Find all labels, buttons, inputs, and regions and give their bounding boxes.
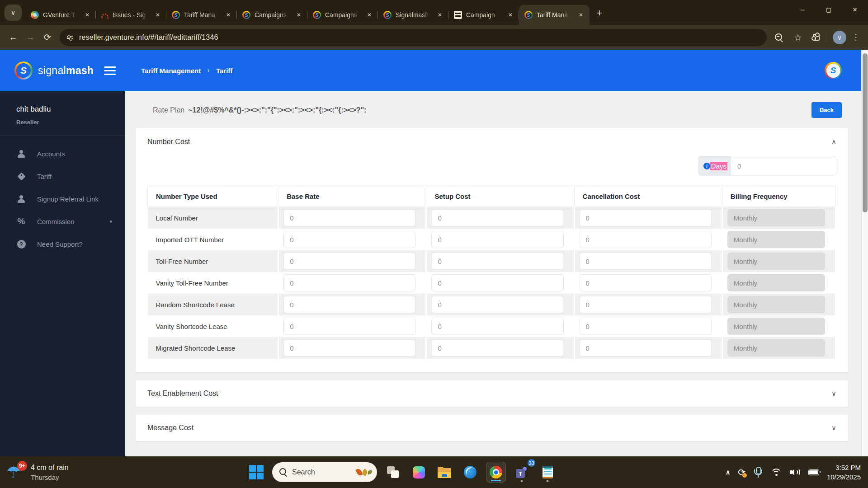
cancellation-cost-input[interactable] xyxy=(580,209,712,226)
tab-close-icon[interactable]: ✕ xyxy=(364,10,374,20)
site-info-icon[interactable] xyxy=(67,36,73,39)
new-tab-button[interactable]: + xyxy=(592,6,607,20)
weather-widget[interactable]: ☂ 9+ 4 cm of rain Thursday xyxy=(0,462,136,483)
start-button[interactable] xyxy=(246,462,266,483)
browser-tab[interactable]: Campaigns✕ xyxy=(307,5,378,25)
back-button[interactable]: Back xyxy=(811,102,842,118)
browser-tab[interactable]: Issues - Sig✕ xyxy=(96,5,166,25)
browser-menu-icon[interactable]: ⋮ xyxy=(848,33,863,42)
info-icon[interactable]: i xyxy=(703,163,710,169)
url-text[interactable]: reseller.gventure.info/#/tariff/edittari… xyxy=(79,33,218,42)
collapse-chevron-up-icon[interactable]: ∧ xyxy=(831,138,836,146)
toolbar-right: ☆ v ⋮ xyxy=(770,29,863,46)
number-cost-header[interactable]: Number Cost ∧ xyxy=(136,128,848,150)
number-cost-table-wrap: Number Type UsedBase RateSetup CostCance… xyxy=(136,178,848,372)
setup-cost-input[interactable] xyxy=(431,209,563,226)
breadcrumb-link[interactable]: Tariff Management xyxy=(141,67,201,75)
back-icon[interactable]: ← xyxy=(5,29,22,46)
cancellation-cost-input[interactable] xyxy=(580,318,712,335)
tab-close-icon[interactable]: ✕ xyxy=(153,10,163,20)
sidebar-item-need-support[interactable]: ?Need Support? xyxy=(0,233,125,255)
cancellation-cost-input[interactable] xyxy=(580,253,712,270)
teams-button[interactable]: T 33 xyxy=(512,462,532,483)
browser-tab[interactable]: Signalmash✕ xyxy=(378,5,448,25)
number-cost-table: Number Type UsedBase RateSetup CostCance… xyxy=(147,186,836,359)
tab-close-icon[interactable]: ✕ xyxy=(435,10,445,20)
expand-chevron-down-icon[interactable]: ∨ xyxy=(831,389,836,398)
battery-icon[interactable] xyxy=(808,469,819,475)
base-rate-input[interactable] xyxy=(283,339,415,357)
setup-cost-input[interactable] xyxy=(431,318,563,335)
address-bar[interactable]: reseller.gventure.info/#/tariff/edittari… xyxy=(60,29,767,46)
tab-search-button[interactable]: ∨ xyxy=(5,5,22,21)
chrome-button-active[interactable] xyxy=(486,462,506,483)
base-rate-input[interactable] xyxy=(283,318,415,335)
task-view-button[interactable] xyxy=(383,462,403,483)
sidebar-item-label: Tariff xyxy=(37,173,52,180)
sync-update-icon[interactable]: ⟳ xyxy=(738,467,745,478)
message-cost-card[interactable]: Message Cost ∨ xyxy=(136,415,848,441)
setup-cost-input[interactable] xyxy=(431,231,563,248)
browser-tab-active[interactable]: Tariff Mana✕ xyxy=(519,5,590,25)
tray-chevron-up-icon[interactable]: ∧ xyxy=(726,469,730,476)
browser-tab[interactable]: Campaign✕ xyxy=(448,5,519,25)
sidebar-item-commission[interactable]: %Commission▾ xyxy=(0,210,125,233)
sidebar-item-label: Accounts xyxy=(37,150,65,158)
tab-close-icon[interactable]: ✕ xyxy=(223,10,233,20)
clock[interactable]: 3:52 PM 10/29/2025 xyxy=(827,463,861,482)
base-rate-input[interactable] xyxy=(283,296,415,313)
reload-icon[interactable]: ⟳ xyxy=(39,29,56,46)
file-explorer-button[interactable] xyxy=(434,462,454,483)
speaker-icon[interactable] xyxy=(790,468,801,477)
tab-close-icon[interactable]: ✕ xyxy=(505,10,515,20)
taskbar-search[interactable]: Search xyxy=(272,462,377,482)
thunderbird-button[interactable] xyxy=(460,462,480,483)
table-row: Toll-Free Number xyxy=(148,250,836,272)
page-scrollbar[interactable] xyxy=(861,50,868,456)
close-button[interactable]: ✕ xyxy=(842,0,868,19)
setup-cost-input[interactable] xyxy=(431,253,563,270)
sidebar-item-signup-referral-link[interactable]: Signup Referral Link xyxy=(0,188,125,210)
days-input[interactable] xyxy=(731,156,836,176)
page: signalmash chit badliu Reseller Accounts… xyxy=(0,50,868,456)
minimize-button[interactable]: ─ xyxy=(789,0,816,19)
hamburger-menu-icon[interactable] xyxy=(104,66,116,75)
sidebar-item-tariff[interactable]: Tariff xyxy=(0,165,125,188)
cancellation-cost-input[interactable] xyxy=(580,339,712,357)
cancellation-cost-input[interactable] xyxy=(580,296,712,313)
browser-tab[interactable]: Tariff Mana✕ xyxy=(166,5,237,25)
signalmash-favicon xyxy=(313,11,321,19)
tab-close-icon[interactable]: ✕ xyxy=(294,10,304,20)
column-header: Setup Cost xyxy=(426,186,574,207)
expand-chevron-down-icon[interactable]: ∨ xyxy=(831,424,836,432)
profile-avatar[interactable]: v xyxy=(833,31,846,44)
zoom-out-icon[interactable] xyxy=(770,29,788,46)
tab-close-icon[interactable]: ✕ xyxy=(576,10,586,20)
setup-cost-input[interactable] xyxy=(431,274,563,291)
maximize-button[interactable]: ▢ xyxy=(816,0,842,19)
wifi-icon[interactable] xyxy=(771,468,782,477)
notepad-button[interactable] xyxy=(538,462,557,483)
header-logo-icon xyxy=(825,62,842,79)
browser-tab[interactable]: GVenture T✕ xyxy=(25,5,96,25)
base-rate-input[interactable] xyxy=(283,274,415,291)
bookmark-star-icon[interactable]: ☆ xyxy=(789,29,807,46)
number-type-label: Random Shortcode Lease xyxy=(148,294,278,315)
copilot-button[interactable] xyxy=(409,462,429,483)
browser-tab[interactable]: Campaigns✕ xyxy=(237,5,307,25)
microphone-icon[interactable] xyxy=(753,467,763,478)
setup-cost-input[interactable] xyxy=(431,296,563,313)
tab-close-icon[interactable]: ✕ xyxy=(82,10,92,20)
base-rate-input[interactable] xyxy=(283,253,415,270)
text-enablement-card[interactable]: Text Enablement Cost ∨ xyxy=(136,380,848,407)
base-rate-input[interactable] xyxy=(283,209,415,226)
base-rate-input[interactable] xyxy=(283,231,415,248)
cancellation-cost-input[interactable] xyxy=(580,274,712,291)
setup-cost-input[interactable] xyxy=(431,339,563,357)
sidebar-item-accounts[interactable]: Accounts xyxy=(0,142,125,165)
user-block: chit badliu Reseller xyxy=(0,91,125,136)
forward-icon[interactable]: → xyxy=(22,29,39,46)
extensions-icon[interactable] xyxy=(813,34,820,41)
scrollbar-thumb[interactable] xyxy=(863,53,868,212)
cancellation-cost-input[interactable] xyxy=(580,231,712,248)
